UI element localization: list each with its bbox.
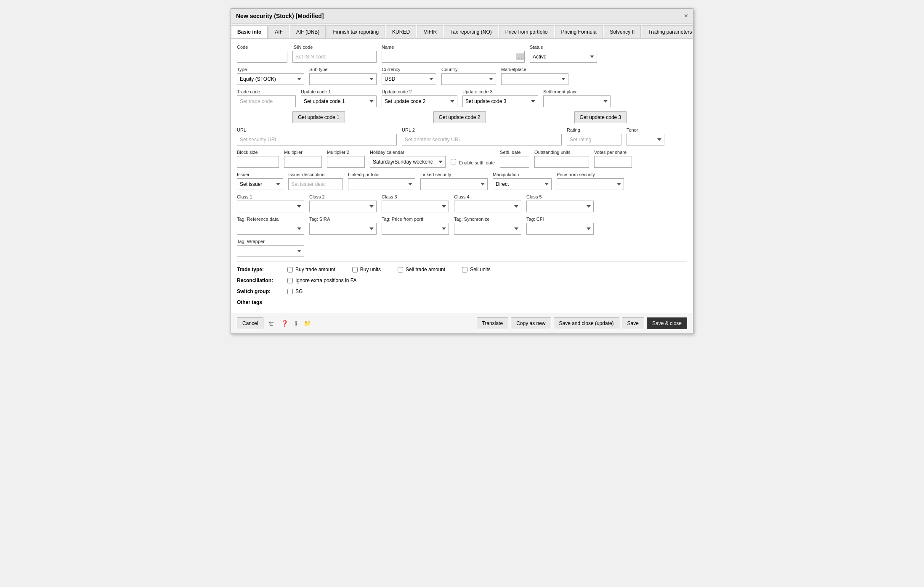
help-button[interactable]: ❓ [279, 318, 290, 328]
tag-wrapper-select[interactable] [237, 245, 304, 257]
name-dots-button[interactable]: … [516, 53, 524, 60]
get-update-code-2-button[interactable]: Get update code 2 [433, 111, 486, 123]
holiday-select[interactable]: Saturday/Sunday weekenc [370, 156, 446, 168]
update-code-1-select[interactable]: Set update code 1 [301, 95, 377, 107]
update-code-2-select[interactable]: Set update code 2 [382, 95, 457, 107]
update-code-3-select[interactable]: Set update code 3 [462, 95, 538, 107]
group-multiplier2: Multiplier 2 1,00 [327, 150, 365, 168]
country-select[interactable] [441, 73, 496, 85]
outstanding-label: Outstanding units [534, 150, 589, 155]
class3-select[interactable] [382, 201, 449, 212]
group-class1: Class 1 [237, 194, 304, 212]
price-security-select[interactable] [557, 178, 624, 190]
tab-pricing-formula[interactable]: Pricing Formula [555, 25, 603, 38]
save-and-close-button[interactable]: Save & close [647, 317, 687, 329]
buy-trade-amount-group[interactable]: Buy trade amount [287, 267, 335, 272]
tab-solvency[interactable]: Solvency II [604, 25, 641, 38]
enable-settl-checkbox[interactable] [451, 159, 456, 164]
info-button[interactable]: ℹ [293, 318, 299, 328]
sell-trade-amount-group[interactable]: Sell trade amount [398, 267, 445, 272]
votes-input[interactable] [594, 156, 632, 168]
row-code-isin-name-status: Code AMZN ISIN code Name Amazon.com … St… [237, 45, 687, 63]
tag-sira-select[interactable] [309, 223, 377, 235]
manipulation-select[interactable]: Direct [493, 178, 552, 190]
folder-button[interactable]: 📁 [302, 318, 313, 328]
block-size-input[interactable]: 0,00 [237, 156, 279, 168]
class4-select[interactable] [454, 201, 521, 212]
issuer-select[interactable]: Set issuer [237, 178, 283, 190]
ignore-extra-checkbox[interactable] [287, 278, 293, 283]
buy-units-checkbox[interactable] [352, 267, 358, 272]
linked-security-select[interactable] [420, 178, 488, 190]
buy-units-group[interactable]: Buy units [352, 267, 381, 272]
issuer-desc-input[interactable] [288, 178, 343, 190]
isin-input[interactable] [292, 51, 377, 63]
tag-price-label: Tag: Price from portf. [382, 217, 449, 222]
get-update-code-3-button[interactable]: Get update code 3 [574, 111, 627, 123]
sell-trade-amount-checkbox[interactable] [398, 267, 403, 272]
tag-wrapper-label: Tag: Wrapper [237, 239, 304, 244]
outstanding-input[interactable] [534, 156, 589, 168]
buy-trade-amount-checkbox[interactable] [287, 267, 293, 272]
multiplier2-input[interactable]: 1,00 [327, 156, 365, 168]
trade-code-label: Trade code [237, 89, 296, 94]
tab-mifir[interactable]: MiFIR [417, 25, 443, 38]
subtype-label: Sub type [309, 67, 377, 72]
sell-units-checkbox[interactable] [462, 267, 467, 272]
tag-cfi-select[interactable] [526, 223, 594, 235]
sg-group[interactable]: SG [287, 288, 303, 294]
update-code-1-label: Update code 1 [301, 89, 377, 94]
group-trade-code: Trade code [237, 89, 296, 107]
class5-select[interactable] [526, 201, 594, 212]
name-input[interactable]: Amazon.com [382, 51, 525, 63]
type-select[interactable]: Equity (STOCK) [237, 73, 304, 85]
tab-aif[interactable]: AIF [268, 25, 289, 38]
buy-units-label: Buy units [360, 267, 381, 272]
tag-ref-select[interactable] [237, 223, 304, 235]
tab-trading-params[interactable]: Trading parameters [642, 25, 693, 38]
rating-input[interactable] [567, 134, 621, 145]
group-update-code-2: Update code 2 Set update code 2 [382, 89, 457, 107]
copy-as-new-button[interactable]: Copy as new [511, 317, 551, 329]
status-select[interactable]: Active Inactive [530, 51, 597, 63]
tab-price-portfolio[interactable]: Price from portfolio [499, 25, 554, 38]
ignore-extra-group[interactable]: Ignore extra positions in FA [287, 278, 356, 283]
cancel-button[interactable]: Cancel [237, 317, 263, 329]
group-currency: Currency USD EUR [382, 67, 436, 85]
marketplace-select[interactable] [501, 73, 568, 85]
url-input[interactable] [237, 134, 397, 145]
tab-tax-no[interactable]: Tax reporting (NO) [444, 25, 498, 38]
close-button[interactable]: × [684, 12, 688, 20]
url2-input[interactable] [402, 134, 562, 145]
tab-aif-dnb[interactable]: AIF (DNB) [290, 25, 326, 38]
sg-checkbox[interactable] [287, 289, 293, 294]
tab-kured[interactable]: KURED [386, 25, 416, 38]
linked-portfolio-select[interactable] [348, 178, 415, 190]
delete-button[interactable]: 🗑 [267, 318, 276, 328]
code-input[interactable]: AMZN [237, 51, 287, 63]
get-update-code-1-button[interactable]: Get update code 1 [292, 111, 345, 123]
group-class2: Class 2 [309, 194, 377, 212]
tag-sync-select[interactable] [454, 223, 521, 235]
trade-code-input[interactable] [237, 95, 296, 107]
subtype-select[interactable] [309, 73, 377, 85]
tab-basic-info[interactable]: Basic info [231, 25, 268, 39]
status-label: Status [530, 45, 597, 50]
class2-select[interactable] [309, 201, 377, 212]
sell-units-group[interactable]: Sell units [462, 267, 491, 272]
currency-select[interactable]: USD EUR [382, 73, 436, 85]
multiplier-input[interactable]: 1,00 [284, 156, 322, 168]
name-input-wrapper: Amazon.com … [382, 51, 525, 63]
tag-price-select[interactable] [382, 223, 449, 235]
group-code: Code AMZN [237, 45, 287, 63]
class1-select[interactable] [237, 201, 304, 212]
settlement-place-select[interactable] [543, 95, 611, 107]
url2-label: URL 2 [402, 127, 562, 132]
save-button[interactable]: Save [622, 317, 644, 329]
tenor-select[interactable] [627, 134, 664, 145]
tab-finnish-tax[interactable]: Finnish tax reporting [327, 25, 385, 38]
save-and-close-update-button[interactable]: Save and close (update) [554, 317, 619, 329]
translate-button[interactable]: Translate [477, 317, 509, 329]
sell-units-label: Sell units [470, 267, 491, 272]
settl-date-input[interactable]: 0 [500, 156, 529, 168]
